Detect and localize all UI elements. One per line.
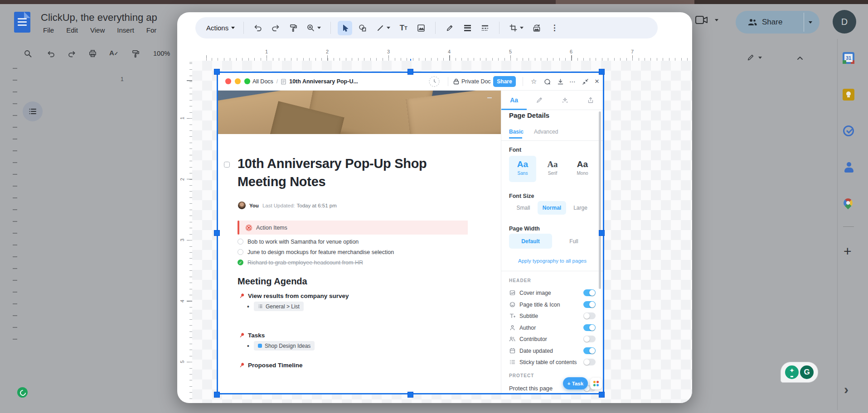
clickup-share-button[interactable]: Share	[493, 76, 516, 87]
cover-image[interactable]	[218, 91, 501, 134]
tab-advanced[interactable]: Advanced	[534, 129, 558, 135]
share-dropdown-icon[interactable]	[809, 21, 812, 24]
font-option-mono[interactable]: Aa Mono	[569, 156, 596, 182]
border-weight-icon[interactable]	[460, 21, 475, 35]
google-calendar-icon[interactable]: 31	[843, 52, 854, 64]
mac-zoom-icon[interactable]	[244, 78, 250, 84]
hide-menus-chevron-icon[interactable]	[795, 53, 805, 62]
app-grid-button[interactable]	[590, 378, 602, 389]
more-menu-icon[interactable]: ⋯	[569, 73, 576, 90]
paint-format-icon[interactable]	[131, 49, 140, 58]
expand-panel-chevron[interactable]: ›	[844, 382, 849, 397]
insert-image-icon[interactable]	[414, 21, 428, 35]
account-avatar[interactable]: D	[833, 10, 856, 34]
resize-handle-s[interactable]	[407, 392, 413, 398]
agenda-heading[interactable]: Meeting Agenda	[238, 276, 307, 287]
breadcrumb-doc-name[interactable]: 10th Anniversary Pop-U...	[289, 78, 358, 85]
comment-icon[interactable]	[544, 73, 551, 90]
print-icon[interactable]	[88, 49, 97, 58]
tab-share-icon[interactable]	[578, 91, 603, 110]
panel-scrollbar[interactable]	[599, 111, 601, 289]
menu-edit[interactable]: Edit	[66, 26, 78, 34]
font-option-sans[interactable]: Aa Sans	[509, 156, 536, 182]
resize-handle-sw[interactable]	[214, 392, 220, 398]
tab-magic-icon[interactable]	[553, 91, 578, 110]
font-option-serif[interactable]: Aa Serif	[539, 156, 566, 182]
grammarly-logo-icon[interactable]: G	[800, 365, 814, 379]
pinned-item[interactable]: View results from company survey	[239, 293, 349, 299]
privacy-status[interactable]: Private Doc	[453, 73, 491, 90]
grammarly-status-icon[interactable]	[17, 387, 28, 398]
checkbox-icon[interactable]	[238, 249, 243, 255]
resize-handle-e[interactable]	[599, 230, 605, 236]
size-option-large[interactable]: Large	[566, 201, 595, 215]
border-dash-icon[interactable]	[478, 21, 492, 35]
grammarly-suggestion-icon[interactable]	[785, 365, 799, 379]
tab-typography[interactable]: Aa	[501, 91, 527, 110]
resize-handle-ne[interactable]	[599, 69, 605, 75]
page-icon-placeholder[interactable]	[224, 162, 230, 168]
toggle-subtitle[interactable]	[583, 312, 596, 319]
toggle-author[interactable]	[583, 324, 596, 331]
line-tool-button[interactable]	[373, 21, 393, 35]
spellcheck-icon[interactable]: A✓	[109, 49, 118, 57]
selected-image-clickup-screenshot[interactable]: All Docs / 10th Anniversary Pop-U... Pri…	[218, 73, 603, 393]
google-docs-logo-icon[interactable]	[14, 12, 30, 33]
google-tasks-icon[interactable]	[843, 125, 854, 136]
width-option-default[interactable]: Default	[509, 234, 552, 249]
menu-view[interactable]: View	[90, 26, 105, 34]
share-button[interactable]: Share	[736, 11, 820, 34]
resize-handle-w[interactable]	[214, 230, 220, 236]
actions-menu-button[interactable]: Actions	[206, 24, 237, 32]
close-icon[interactable]: ×	[595, 73, 599, 90]
grammarly-widget[interactable]: G	[781, 362, 818, 383]
checkbox-icon[interactable]	[238, 239, 243, 245]
favorite-star-icon[interactable]: ☆	[531, 73, 537, 90]
google-contacts-icon[interactable]	[844, 162, 854, 173]
checklist-item-done[interactable]: ✓ Richard to grab employee headcount fro…	[238, 257, 394, 268]
author-avatar[interactable]	[238, 202, 246, 209]
editing-mode-button[interactable]	[747, 53, 762, 62]
breadcrumb-all-docs[interactable]: All Docs	[252, 78, 273, 85]
resize-handle-nw[interactable]	[214, 69, 220, 75]
tab-basic[interactable]: Basic	[509, 129, 524, 135]
menu-format[interactable]: For	[146, 26, 157, 34]
zoom-tool-button[interactable]	[304, 21, 324, 35]
border-color-icon[interactable]	[442, 21, 457, 35]
view-chip[interactable]: General > List	[254, 302, 304, 311]
cover-collapse-handle[interactable]	[487, 97, 492, 98]
timer-icon[interactable]	[428, 73, 440, 90]
resize-handle-se[interactable]	[599, 392, 605, 398]
export-icon[interactable]	[557, 73, 564, 90]
toggle-cover-image[interactable]	[583, 289, 596, 296]
checklist-item[interactable]: June to design mockups for feature merch…	[238, 247, 394, 257]
collapse-icon[interactable]	[582, 73, 589, 90]
action-items-banner[interactable]: Action Items	[238, 221, 468, 235]
size-option-small[interactable]: Small	[509, 201, 538, 215]
video-call-dropdown-icon[interactable]	[715, 19, 718, 21]
toggle-sticky-toc[interactable]	[583, 359, 596, 365]
pinned-item[interactable]: Tasks	[239, 332, 265, 339]
shape-tool-button[interactable]	[355, 21, 370, 35]
google-maps-icon[interactable]	[842, 197, 854, 209]
redo-icon[interactable]	[268, 21, 283, 35]
checkbox-checked-icon[interactable]: ✓	[238, 259, 243, 265]
pinned-item[interactable]: Proposed Timeline	[239, 362, 303, 369]
resize-handle-n[interactable]	[407, 69, 413, 75]
zoom-level-select[interactable]: 100%	[153, 50, 170, 57]
mac-close-icon[interactable]	[225, 78, 231, 84]
tab-edit-icon[interactable]	[527, 91, 552, 110]
width-option-full[interactable]: Full	[560, 234, 587, 249]
clickup-doc-title[interactable]: 10th Anniversary Pop-Up Shop Meeting Not…	[238, 154, 482, 191]
text-tool-button[interactable]: TT	[396, 21, 411, 35]
add-addon-button[interactable]: +	[844, 244, 852, 259]
menu-file[interactable]: File	[43, 26, 54, 34]
document-outline-button[interactable]	[23, 101, 43, 121]
add-task-button[interactable]: + Task	[563, 377, 588, 389]
crop-tool-button[interactable]	[506, 21, 526, 35]
size-option-normal[interactable]: Normal	[538, 201, 566, 215]
undo-icon[interactable]	[47, 50, 55, 58]
toggle-page-title[interactable]	[583, 301, 596, 308]
task-chip[interactable]: Shop Design Ideas	[254, 341, 315, 351]
video-call-icon[interactable]	[695, 15, 708, 25]
